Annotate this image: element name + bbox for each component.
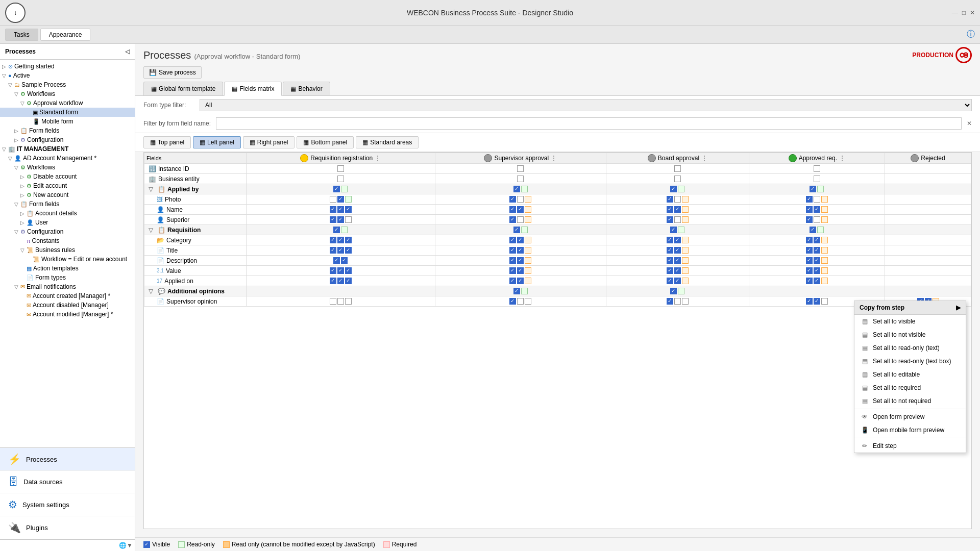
req-cb[interactable]	[525, 278, 531, 284]
window-controls[interactable]: — □ ✕	[952, 9, 975, 16]
readonly-cb[interactable]	[337, 278, 344, 284]
tree-item-active[interactable]: ▽ ● Active	[0, 71, 135, 80]
visible-cb[interactable]	[330, 216, 336, 223]
tree-item-getting-started[interactable]: ▷ ⊙ Getting started	[0, 62, 135, 71]
minimize-button[interactable]: —	[952, 9, 958, 16]
req-cb[interactable]	[821, 206, 828, 213]
tree-item-business-rules[interactable]: ▽ 📜 Business rules	[0, 245, 135, 255]
ctx-set-not-visible[interactable]: ▤ Set all to not visible	[854, 328, 966, 341]
readonly-cb[interactable]	[517, 257, 524, 264]
readonly-cb[interactable]	[674, 196, 681, 203]
req-cb[interactable]	[682, 257, 689, 264]
req-cb[interactable]	[345, 237, 352, 243]
visible-cb[interactable]	[667, 278, 673, 284]
visible-cb[interactable]	[517, 165, 524, 172]
visible-cb[interactable]	[806, 257, 813, 264]
visible-cb[interactable]	[330, 278, 336, 284]
tree-item-acct-modified[interactable]: ✉ Account modified [Manager] *	[0, 310, 135, 319]
readonly-cb[interactable]	[517, 278, 524, 284]
req-cb[interactable]	[682, 278, 689, 284]
visible-cb[interactable]	[517, 176, 524, 182]
visible-cb[interactable]	[814, 176, 820, 182]
tree-item-action-templates[interactable]: ▦ Action templates	[0, 264, 135, 273]
req-cb[interactable]	[525, 267, 531, 274]
readonly-cb[interactable]	[814, 216, 820, 223]
appearance-tab[interactable]: Appearance	[40, 29, 91, 41]
readonly-cb[interactable]	[341, 227, 348, 233]
tab-fields-matrix[interactable]: ▦ Fields matrix	[224, 82, 282, 96]
nav-plugins[interactable]: 🔌 Plugins	[0, 516, 135, 539]
tree-item-new-account[interactable]: ▷ ⚙ New account	[0, 190, 135, 199]
visible-cb[interactable]	[509, 216, 516, 223]
tasks-tab[interactable]: Tasks	[5, 29, 38, 41]
req-cb[interactable]	[682, 196, 689, 203]
readonly-cb[interactable]	[517, 267, 524, 274]
tree-item-form-fields[interactable]: ▷ 📋 Form fields	[0, 126, 135, 135]
approved-req-menu-icon[interactable]: ⋮	[839, 155, 845, 162]
visible-cb[interactable]	[667, 206, 673, 213]
visible-cb[interactable]	[806, 278, 813, 284]
visible-cb[interactable]	[509, 257, 516, 264]
readonly-cb[interactable]	[341, 257, 348, 264]
visible-cb[interactable]	[667, 247, 673, 254]
ctx-set-editable[interactable]: ▤ Set all to editable	[854, 368, 966, 381]
tree-item-edit-account[interactable]: ▷ ⚙ Edit account	[0, 181, 135, 190]
readonly-cb[interactable]	[517, 247, 524, 254]
group-expand-icon[interactable]: ▽	[149, 227, 156, 234]
readonly-cb[interactable]	[814, 247, 820, 254]
readonly-cb[interactable]	[341, 186, 348, 192]
group-expand-icon[interactable]: ▽	[149, 186, 156, 193]
req-cb[interactable]	[525, 206, 531, 213]
tree-item-account-details[interactable]: ▷ 📋 Account details	[0, 209, 135, 218]
visible-cb[interactable]	[333, 257, 340, 264]
visible-cb[interactable]	[333, 227, 340, 233]
req-cb[interactable]	[525, 298, 531, 305]
readonly-cb[interactable]	[337, 216, 344, 223]
visible-cb[interactable]	[509, 206, 516, 213]
form-type-filter-select[interactable]: All	[200, 99, 972, 111]
tree-item-constants[interactable]: π Constants	[0, 236, 135, 245]
readonly-cb[interactable]	[517, 196, 524, 203]
readonly-cb[interactable]	[517, 206, 524, 213]
req-cb[interactable]	[525, 257, 531, 264]
visible-cb[interactable]	[674, 165, 681, 172]
ctx-open-form-preview[interactable]: 👁 Open form preview	[854, 410, 966, 423]
visible-cb[interactable]	[513, 288, 520, 294]
ctx-set-visible[interactable]: ▤ Set all to visible	[854, 315, 966, 328]
ctx-set-readonly-text[interactable]: ▤ Set all to read-only (text)	[854, 341, 966, 355]
tree-item-disable-account[interactable]: ▷ ⚙ Disable account	[0, 172, 135, 181]
visible-cb[interactable]	[814, 165, 820, 172]
visible-cb[interactable]	[806, 247, 813, 254]
readonly-cb[interactable]	[678, 186, 684, 192]
req-cb[interactable]	[821, 196, 828, 203]
language-icon[interactable]: 🌐	[119, 542, 127, 549]
readonly-cb[interactable]	[521, 227, 528, 233]
req-cb[interactable]	[821, 278, 828, 284]
readonly-cb[interactable]	[337, 196, 344, 203]
tree-item-config2[interactable]: ▽ ⚙ Configuration	[0, 227, 135, 236]
tab-global-form-template[interactable]: ▦ Global form template	[143, 82, 223, 95]
tree-item-approval-workflow[interactable]: ▽ ⚙ Approval workflow	[0, 98, 135, 108]
ctx-open-mobile-preview[interactable]: 📱 Open mobile form preview	[854, 423, 966, 437]
readonly-cb[interactable]	[517, 216, 524, 223]
readonly-cb[interactable]	[678, 288, 684, 294]
req-reg-menu-icon[interactable]: ⋮	[375, 155, 381, 162]
tree-item-user[interactable]: ▷ 👤 User	[0, 218, 135, 227]
readonly-cb[interactable]	[521, 186, 528, 192]
req-cb[interactable]	[682, 216, 689, 223]
readonly-cb[interactable]	[337, 267, 344, 274]
visible-cb[interactable]	[667, 298, 673, 305]
req-cb[interactable]	[345, 267, 352, 274]
tree-item-workflows[interactable]: ▽ ⚙ Workflows	[0, 89, 135, 98]
readonly-cb[interactable]	[814, 237, 820, 243]
req-cb[interactable]	[682, 267, 689, 274]
visible-cb[interactable]	[806, 237, 813, 243]
visible-cb[interactable]	[670, 227, 677, 233]
readonly-cb[interactable]	[674, 278, 681, 284]
visible-cb[interactable]	[337, 176, 344, 182]
visible-cb[interactable]	[810, 227, 816, 233]
req-cb[interactable]	[682, 298, 689, 305]
readonly-cb[interactable]	[674, 247, 681, 254]
req-cb[interactable]	[682, 206, 689, 213]
readonly-cb[interactable]	[814, 267, 820, 274]
